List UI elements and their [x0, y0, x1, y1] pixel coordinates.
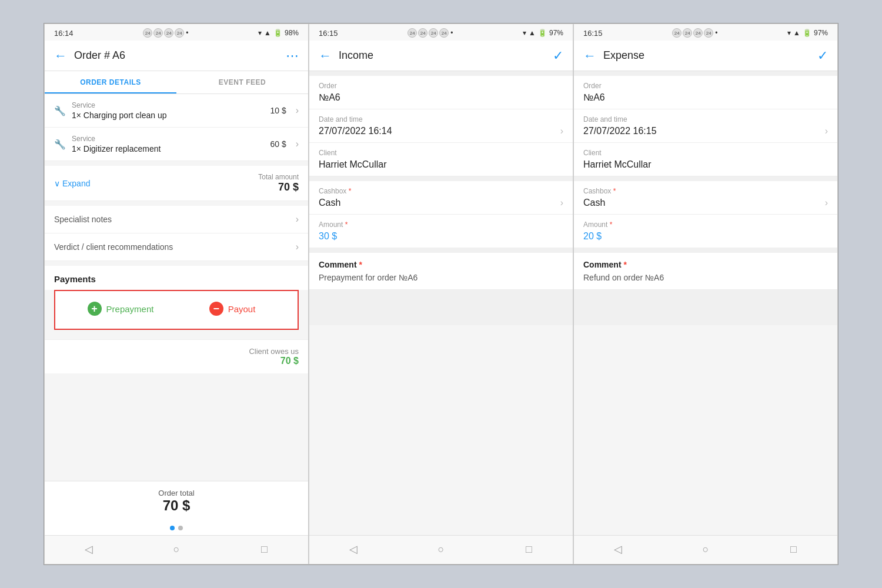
- battery-icon: 🔋: [273, 29, 282, 37]
- page-title-3: Expense: [603, 49, 817, 62]
- prepayment-button[interactable]: + Prepayment: [65, 297, 176, 320]
- client-label-3: Client: [583, 149, 828, 157]
- battery-icon-2: 🔋: [538, 29, 547, 37]
- notif-dot: 24: [407, 28, 417, 38]
- client-owes-label: Client owes us: [54, 347, 299, 356]
- notif-dot: 24: [704, 28, 713, 38]
- total-right: Total amount 70 $: [258, 173, 299, 193]
- date-chevron-icon-2: ›: [560, 126, 563, 136]
- check-button-2[interactable]: ✓: [553, 48, 563, 64]
- payments-header: Payments: [45, 266, 308, 290]
- expand-button[interactable]: ∨ Expand: [54, 179, 90, 188]
- nav-recents-2[interactable]: □: [485, 540, 573, 559]
- comment-value-2: Prepayment for order №A6: [319, 273, 563, 282]
- client-field-2: Client Harriet McCullar: [309, 143, 573, 176]
- order-value-2: №A6: [319, 92, 563, 103]
- notif-dot: 24: [418, 28, 427, 38]
- wifi-icon: ▾: [258, 29, 262, 37]
- order-field-3: Order №A6: [574, 76, 837, 109]
- notif-dot: 24: [153, 28, 163, 38]
- tab-event-feed[interactable]: EVENT FEED: [176, 71, 308, 93]
- cashbox-label-2: Cashbox *: [319, 187, 351, 195]
- cashbox-field-2[interactable]: Cashbox * Cash ›: [309, 181, 573, 215]
- service-icon-1: 🔧: [54, 105, 66, 116]
- nav-back[interactable]: ◁: [45, 540, 132, 559]
- notif-dot: 24: [175, 28, 184, 38]
- chevron-icon-2: ›: [296, 139, 299, 149]
- notif-dot: 24: [693, 28, 703, 38]
- order-total-amount: 70 $: [54, 497, 299, 514]
- back-button-1[interactable]: ←: [54, 48, 67, 64]
- nav-home-3[interactable]: ○: [662, 540, 749, 559]
- cashbox-label-3: Cashbox *: [583, 187, 616, 195]
- payout-icon: −: [209, 302, 223, 316]
- notif-dot: 24: [683, 28, 692, 38]
- service-price-2: 60 $: [270, 139, 286, 149]
- signal-icon-2: ▲: [529, 29, 536, 37]
- check-button-3[interactable]: ✓: [817, 48, 828, 64]
- order-total-label: Order total: [54, 489, 299, 497]
- nav-back-2[interactable]: ◁: [309, 540, 397, 559]
- chevron-icon-1: ›: [296, 105, 299, 116]
- service-price-1: 10 $: [270, 106, 286, 115]
- order-field-2: Order №A6: [309, 76, 573, 109]
- cashbox-chevron-icon-3: ›: [825, 198, 828, 208]
- verdict-label: Verdict / client recommendations: [54, 242, 173, 252]
- separator-3b: [574, 176, 837, 181]
- service-name-1: 1× Charging port clean up: [72, 111, 264, 120]
- amount-label-2: Amount *: [319, 220, 563, 229]
- screen-order-details: 16:14 24 24 24 24 • ▾ ▲ 🔋 98% ← Order # …: [44, 24, 309, 564]
- bottom-nav-1: ◁ ○ □: [45, 535, 308, 564]
- nav-home-icon-3: ○: [703, 543, 709, 556]
- nav-recents-3[interactable]: □: [750, 540, 837, 559]
- nav-back-3[interactable]: ◁: [574, 540, 662, 559]
- date-value-2: 27/07/2022 16:14: [319, 126, 392, 136]
- nav-recents-icon-3: □: [790, 543, 797, 556]
- prepayment-icon: +: [88, 302, 102, 316]
- payout-button[interactable]: − Payout: [176, 297, 288, 320]
- client-value-3: Harriet McCullar: [583, 159, 828, 170]
- date-field-3[interactable]: Date and time 27/07/2022 16:15 ›: [574, 109, 837, 143]
- page-title-2: Income: [339, 49, 553, 62]
- screen-expense: 16:15 24 24 24 24 • ▾ ▲ 🔋 97% ← Expense: [573, 24, 838, 564]
- dot-1: [170, 526, 175, 530]
- nav-recents[interactable]: □: [220, 540, 308, 559]
- client-label-2: Client: [319, 149, 563, 157]
- nav-recents-icon: □: [261, 543, 268, 556]
- date-field-2[interactable]: Date and time 27/07/2022 16:14 ›: [309, 109, 573, 143]
- comment-label-2: Comment *: [319, 260, 563, 269]
- cashbox-chevron-icon-2: ›: [560, 198, 563, 208]
- service-item-2[interactable]: 🔧 Service 1× Digitizer replacement 60 $ …: [45, 128, 308, 161]
- back-button-3[interactable]: ←: [583, 48, 596, 64]
- total-amount: 70 $: [258, 181, 299, 193]
- signal-icon: ▲: [264, 29, 271, 37]
- amount-field-3[interactable]: Amount * 20 $: [574, 215, 837, 248]
- comment-section-3: Comment * Refund on order №A6: [574, 253, 837, 290]
- tab-order-details[interactable]: ORDER DETAILS: [45, 71, 176, 93]
- nav-home-icon-2: ○: [438, 543, 445, 556]
- amount-field-2[interactable]: Amount * 30 $: [309, 215, 573, 248]
- date-chevron-icon-3: ›: [825, 126, 828, 136]
- specialist-notes-row[interactable]: Specialist notes ›: [45, 206, 308, 233]
- nav-home[interactable]: ○: [132, 540, 220, 559]
- notes-chevron-icon: ›: [296, 214, 299, 225]
- cashbox-field-3[interactable]: Cashbox * Cash ›: [574, 181, 837, 215]
- signal-icon-3: ▲: [793, 29, 800, 37]
- order-label-3: Order: [583, 82, 828, 90]
- tabs-bar-1: ORDER DETAILS EVENT FEED: [45, 71, 308, 94]
- client-owes-section: Client owes us 70 $: [45, 339, 308, 373]
- bottom-gray-3: [574, 290, 837, 325]
- service-item-1[interactable]: 🔧 Service 1× Charging port clean up 10 $…: [45, 94, 308, 128]
- back-button-2[interactable]: ←: [319, 48, 332, 64]
- app-bar-3: ← Expense ✓: [574, 41, 837, 71]
- verdict-row[interactable]: Verdict / client recommendations ›: [45, 233, 308, 261]
- nav-home-2[interactable]: ○: [397, 540, 485, 559]
- bottom-gray-2: [309, 290, 573, 325]
- service-label-2: Service: [72, 135, 264, 143]
- battery-percent-1: 98%: [285, 29, 299, 37]
- dot-separator-2: •: [450, 29, 453, 37]
- page-title-1: Order # A6: [74, 49, 286, 62]
- pagination-dots: [45, 521, 308, 535]
- client-owes-amount: 70 $: [54, 356, 299, 366]
- menu-button-1[interactable]: ⋯: [286, 48, 299, 64]
